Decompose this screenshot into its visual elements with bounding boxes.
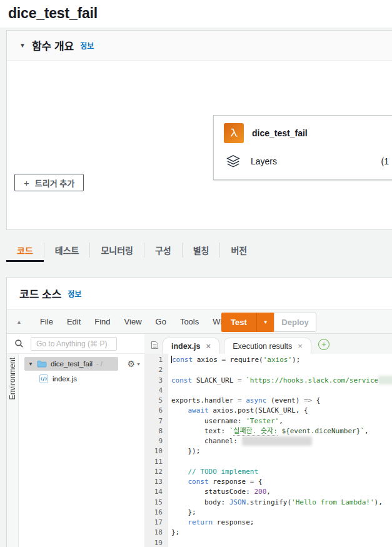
code-token: }); [171,447,200,455]
function-overview-header[interactable]: ▼ 함수 개요 정보 [7,31,392,61]
menu-edit[interactable]: Edit [60,317,88,326]
code-editor-content[interactable]: const axios = require('axios');const SLA… [168,354,392,547]
code-line[interactable]: }; [171,528,392,538]
code-line[interactable] [171,386,392,396]
code-token: 'axios' [263,356,292,364]
lambda-icon [224,123,244,143]
plus-icon: + [24,178,29,188]
code-line[interactable]: exports.handler = async (event) => { [171,396,392,406]
code-line[interactable]: await axios.post(SLACK_URL, { [171,406,392,416]
code-source-info-link[interactable]: 정보 [68,288,81,299]
line-number: 1 [144,355,168,365]
line-number: 10 [144,446,168,456]
code-token: ` [360,427,364,435]
code-token: username: [171,417,246,425]
code-token [171,406,188,414]
layers-count: (1 [381,156,389,166]
overview-info-link[interactable]: 정보 [80,40,94,51]
line-number: 9 [144,436,168,446]
editor-tab-1[interactable]: Execution results× [224,338,311,354]
code-line[interactable]: // TODO implement [171,467,392,477]
folder-icon [37,360,47,368]
page-title: dice_test_fail [8,5,98,22]
code-token: body: [171,498,229,506]
code-line[interactable]: text: `실패한. 숫자: ${event.diceNumber}`, [171,426,392,436]
code-line[interactable]: }; [171,508,392,518]
environment-rail[interactable]: Environment [7,354,19,547]
code-source-header: 코드 소스 정보 [7,278,392,309]
main-tabs: 코드테스트모니터링구성별칭버전 [6,238,258,262]
file-tree: ▼ dice_test_fail - / ⚙▼ index.js [19,354,144,547]
code-token: exports.handler [171,396,238,404]
menu-go[interactable]: Go [149,317,173,326]
close-icon[interactable]: × [298,341,303,351]
code-token: response [209,478,250,486]
folder-disclosure-icon[interactable]: ▼ [28,361,33,367]
code-line[interactable] [171,365,392,375]
code-token [171,518,188,526]
code-line[interactable]: return response; [171,518,392,528]
function-diagram-row: dice_test_fail [224,123,388,143]
code-line[interactable]: const response = { [171,477,392,487]
code-token: , [266,488,271,496]
redacted-text [242,436,312,446]
code-line[interactable]: const SLACK_URL = `https://hooks.slack.c… [171,376,392,386]
code-line[interactable]: const axios = require('axios'); [171,355,392,365]
code-token: return [188,518,213,526]
code-line[interactable]: body: JSON.stringify('Hello from Lambda!… [171,498,392,508]
ide-menus: FileEditFindViewGoToolsWindow [33,317,249,326]
collapse-panel-icon[interactable]: ▲ [16,319,22,325]
tree-file-name: index.js [53,375,77,383]
line-number: 17 [144,518,168,528]
code-token: await [188,406,209,414]
test-dropdown-arrow-icon[interactable]: ▼ [257,319,274,325]
menu-file[interactable]: File [33,317,60,326]
goto-anything-input[interactable] [31,337,117,351]
tab-5[interactable]: 버전 [220,238,258,262]
diagram-function-name: dice_test_fail [252,128,308,138]
code-token: (event) [266,396,304,404]
line-number: 12 [144,467,168,477]
line-number: 5 [144,396,168,406]
tree-settings-button[interactable]: ⚙▼ [128,359,141,369]
code-line[interactable]: }); [171,446,392,456]
folder-suffix: - / [96,360,103,368]
code-line[interactable] [171,457,392,467]
code-line[interactable]: channel: [171,436,392,446]
tab-0[interactable]: 코드 [6,238,44,262]
gear-dropdown-icon: ▼ [136,362,141,366]
environment-label: Environment [8,358,17,399]
code-token: axios [193,356,221,364]
editor-tab-label: Execution results [233,342,292,351]
new-tab-button[interactable]: + [318,339,329,350]
close-icon[interactable]: × [206,341,211,351]
tree-file-item[interactable]: index.js [39,373,77,385]
menu-tools[interactable]: Tools [173,317,206,326]
add-trigger-button[interactable]: + 트리거 추가 [14,174,84,191]
tab-3[interactable]: 구성 [144,238,182,262]
tab-2[interactable]: 모니터링 [90,238,144,262]
tab-list-icon[interactable] [151,341,159,349]
menu-find[interactable]: Find [88,317,117,326]
deploy-button[interactable]: Deploy [274,313,316,332]
code-token: 실패한. 숫자: [233,427,277,436]
tree-folder-row: ▼ dice_test_fail - / ⚙▼ [24,357,141,371]
code-token: statusCode: [171,488,254,496]
code-token: }; [171,528,179,536]
test-button-label[interactable]: Test [221,318,256,327]
tab-4[interactable]: 별칭 [183,238,220,262]
menu-view[interactable]: View [118,317,149,326]
code-line[interactable]: username: 'Tester', [171,416,392,426]
search-icon[interactable] [14,339,24,348]
test-button[interactable]: Test ▼ [221,313,274,332]
code-token [171,468,188,476]
tab-1[interactable]: 테스트 [44,238,90,262]
chevron-down-icon[interactable]: ▼ [19,42,26,49]
layers-row[interactable]: Layers (1 [225,153,389,169]
tree-folder-item[interactable]: ▼ dice_test_fail - / [24,357,118,371]
code-line[interactable]: statusCode: 200, [171,487,392,497]
code-token: require( [226,356,263,364]
editor-tab-0[interactable]: index.js× [163,338,219,354]
function-diagram-card[interactable]: dice_test_fail Layers (1 [213,115,392,180]
code-line[interactable] [171,538,392,547]
